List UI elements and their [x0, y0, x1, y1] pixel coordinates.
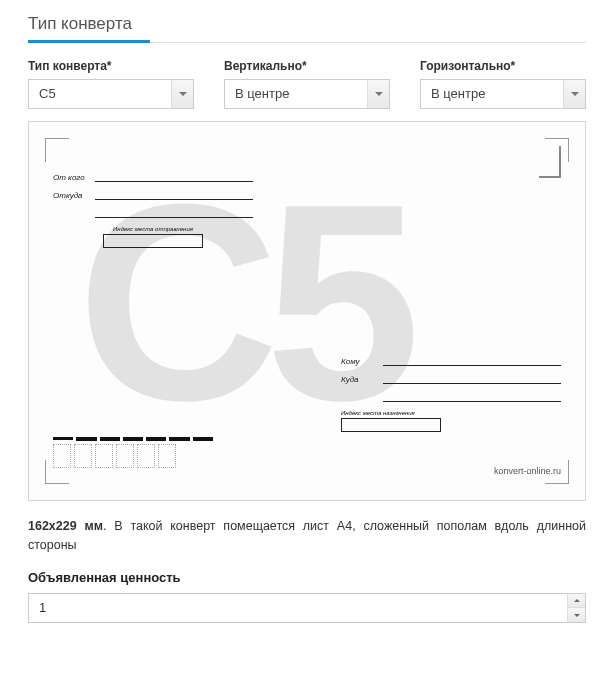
- barcode-icon: [53, 437, 213, 441]
- envelope-preview: C5 От кого Откуда Индекс места отправлен…: [28, 121, 586, 501]
- recipient-block: Кому Куда Индекс места назначения: [341, 356, 561, 432]
- index-digit-cells: [53, 444, 213, 468]
- envelope-canvas: От кого Откуда Индекс места отправления …: [53, 146, 561, 476]
- declared-value-input[interactable]: [28, 593, 586, 623]
- field-vertical: Вертикально* В центре: [224, 59, 390, 109]
- recipient-index-caption: Индекс места назначения: [341, 410, 561, 416]
- step-up-button[interactable]: [568, 594, 585, 609]
- chevron-up-icon: [574, 599, 580, 602]
- sender-block: От кого Откуда Индекс места отправления: [53, 172, 253, 248]
- select-vertical-value: В центре: [224, 79, 390, 109]
- recipient-index-box: [341, 418, 441, 432]
- postal-index-area: [53, 437, 213, 468]
- sender-index-caption: Индекс места отправления: [53, 226, 253, 232]
- label-horizontal: Горизонтально*: [420, 59, 586, 73]
- corner-mark-icon: [45, 138, 69, 162]
- field-horizontal: Горизонтально* В центре: [420, 59, 586, 109]
- select-envelope-type-value: C5: [28, 79, 194, 109]
- select-horizontal-value: В центре: [420, 79, 586, 109]
- label-vertical: Вертикально*: [224, 59, 390, 73]
- section-title: Тип конверта: [28, 14, 586, 43]
- recipient-name-label: Кому: [341, 357, 383, 366]
- sender-index-box: [103, 234, 203, 248]
- sender-name-label: От кого: [53, 173, 95, 182]
- field-envelope-type: Тип конверта* C5: [28, 59, 194, 109]
- chevron-down-icon: [574, 614, 580, 617]
- stamp-area-icon: [511, 146, 561, 206]
- controls-row: Тип конверта* C5 Вертикально* В центре Г…: [28, 59, 586, 109]
- sender-addr-label: Откуда: [53, 191, 95, 200]
- label-envelope-type: Тип конверта*: [28, 59, 194, 73]
- step-down-button[interactable]: [568, 608, 585, 622]
- select-envelope-type[interactable]: C5: [28, 79, 194, 109]
- select-vertical[interactable]: В центре: [224, 79, 390, 109]
- declared-value-stepper[interactable]: [28, 593, 586, 623]
- envelope-dimensions: 162х229 мм: [28, 519, 103, 533]
- recipient-addr-label: Куда: [341, 375, 383, 384]
- envelope-description-text: . В такой конверт помещается лист А4, сл…: [28, 519, 586, 552]
- label-declared-value: Объявленная ценность: [28, 570, 586, 585]
- site-watermark: konvert-online.ru: [494, 466, 561, 476]
- select-horizontal[interactable]: В центре: [420, 79, 586, 109]
- envelope-description: 162х229 мм. В такой конверт помещается л…: [28, 517, 586, 556]
